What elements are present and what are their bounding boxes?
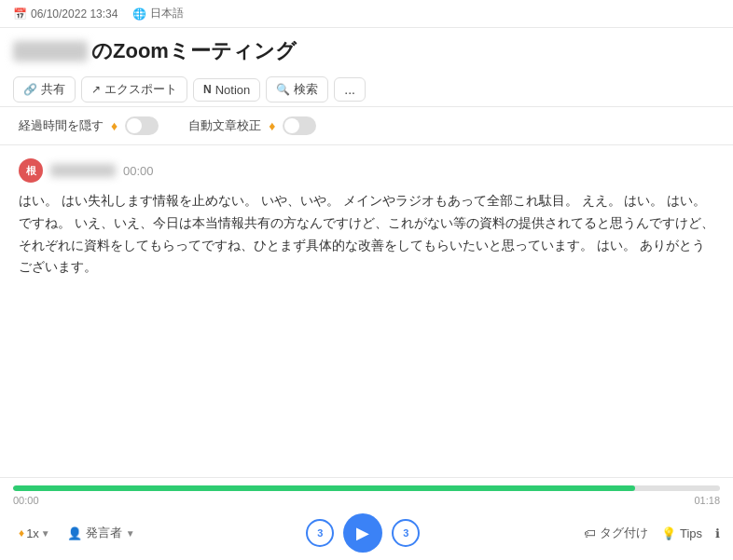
hide-time-label: 経過時間を隠す xyxy=(19,117,104,134)
progress-fill xyxy=(13,485,635,491)
speaker-name-blur xyxy=(50,164,116,177)
speed-crown-icon: ♦ xyxy=(19,526,24,540)
export-icon: ↗ xyxy=(91,83,101,96)
speaker-time: 00:00 xyxy=(123,164,154,178)
search-button[interactable]: 🔍 検索 xyxy=(266,76,328,102)
speaker-avatar: 根 xyxy=(19,158,43,183)
transcript-area: 根 00:00 はい。 はい失礼します情報を止めない。 いや、いや。 メインやラ… xyxy=(0,145,733,439)
play-icon: ▶ xyxy=(356,523,369,543)
language-text: 日本語 xyxy=(150,6,184,21)
autocorrect-toggle[interactable] xyxy=(283,116,316,135)
share-button[interactable]: 🔗 共有 xyxy=(13,76,76,102)
title-row: のZoomミーティング xyxy=(0,28,733,73)
tips-label: Tips xyxy=(680,526,702,540)
top-bar: 📅 06/10/2022 13:34 🌐 日本語 xyxy=(0,0,733,28)
notion-icon: N xyxy=(203,83,212,96)
total-time: 01:18 xyxy=(694,495,720,506)
more-button[interactable]: ... xyxy=(334,77,366,102)
speed-label: 1x xyxy=(26,526,39,540)
progress-track[interactable] xyxy=(13,485,720,491)
globe-icon: 🌐 xyxy=(132,7,146,20)
info-icon: ℹ xyxy=(715,526,720,540)
notion-button[interactable]: N Notion xyxy=(193,78,260,102)
speaker-chevron-icon: ▼ xyxy=(126,528,135,539)
share-icon: 🔗 xyxy=(23,83,37,96)
transcript-text: はい。 はい失礼します情報を止めない。 いや、いや。 メインやラジオもあって全部… xyxy=(19,190,714,279)
date-item: 📅 06/10/2022 13:34 xyxy=(13,7,118,20)
speaker-row: 根 00:00 xyxy=(19,158,714,183)
speed-chevron-icon: ▼ xyxy=(41,528,50,539)
export-label: エクスポート xyxy=(104,81,177,98)
options-row: 経過時間を隠す ♦ 自動文章校正 ♦ xyxy=(0,107,733,145)
meeting-name-blur xyxy=(13,41,88,61)
skip-back-button[interactable]: 3 xyxy=(306,519,334,547)
date-text: 06/10/2022 13:34 xyxy=(31,7,118,20)
skip-forward-button[interactable]: 3 xyxy=(392,519,420,547)
tag-button[interactable]: 🏷 タグ付け xyxy=(584,525,648,541)
autocorrect-label: 自動文章校正 xyxy=(188,117,261,134)
speaker-button[interactable]: 👤 発言者 ▼ xyxy=(60,523,143,543)
export-button[interactable]: ↗ エクスポート xyxy=(81,76,187,102)
autocorrect-option: 自動文章校正 ♦ xyxy=(188,116,316,135)
hide-time-toggle[interactable] xyxy=(125,116,159,135)
search-label: 検索 xyxy=(294,81,318,98)
tag-icon: 🏷 xyxy=(584,526,596,540)
calendar-icon: 📅 xyxy=(13,7,27,20)
search-icon: 🔍 xyxy=(276,83,290,96)
tips-icon: 💡 xyxy=(661,526,676,540)
current-time: 00:00 xyxy=(13,495,39,506)
hide-time-crown-icon: ♦ xyxy=(111,118,118,133)
toolbar: 🔗 共有 ↗ エクスポート N Notion 🔍 検索 ... xyxy=(0,73,733,107)
tips-button[interactable]: 💡 Tips xyxy=(661,526,702,540)
play-button[interactable]: ▶ xyxy=(343,513,382,553)
notion-label: Notion xyxy=(215,83,251,97)
share-label: 共有 xyxy=(41,81,65,98)
info-button[interactable]: ℹ xyxy=(715,526,720,540)
autocorrect-crown-icon: ♦ xyxy=(269,118,275,133)
progress-bar-container[interactable] xyxy=(0,478,733,493)
speaker-person-icon: 👤 xyxy=(67,526,82,540)
controls-right: 🏷 タグ付け 💡 Tips ℹ xyxy=(584,525,720,541)
tag-label: タグ付け xyxy=(600,525,648,541)
speaker-button-label: 発言者 xyxy=(86,525,122,541)
controls-row: ♦ 1x ▼ 👤 発言者 ▼ 3 ▶ 3 🏷 タグ付け xyxy=(0,510,733,560)
time-row: 00:00 01:18 xyxy=(0,493,733,510)
controls-left: ♦ 1x ▼ 👤 発言者 ▼ xyxy=(13,523,143,543)
title-text: のZoomミーティング xyxy=(91,37,297,65)
hide-time-option: 経過時間を隠す ♦ xyxy=(19,116,159,135)
controls-center: 3 ▶ 3 xyxy=(306,513,420,553)
language-item: 🌐 日本語 xyxy=(132,6,184,21)
speed-button[interactable]: ♦ 1x ▼ xyxy=(13,525,56,542)
audio-player: 00:00 01:18 ♦ 1x ▼ 👤 発言者 ▼ 3 ▶ 3 xyxy=(0,477,733,560)
